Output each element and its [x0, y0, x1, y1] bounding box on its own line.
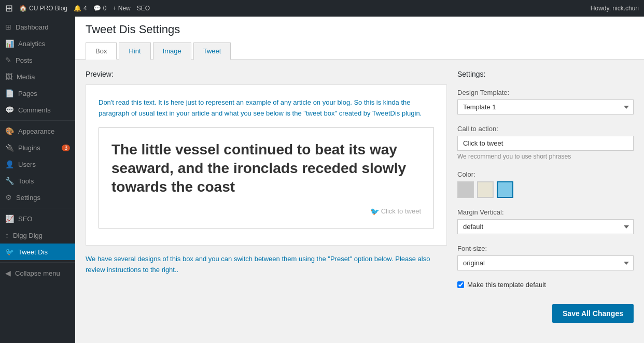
preview-section: Preview: Don't read this text. It is her…	[86, 70, 447, 323]
twitter-bird-icon: 🐦	[370, 207, 379, 216]
sidebar: ⊞ Dashboard 📊 Analytics ✎ Posts 🖼 Media …	[0, 17, 75, 343]
sidebar-item-media[interactable]: 🖼 Media	[0, 68, 75, 85]
margin-vertical-row: Margin Vertical: default small large non…	[457, 208, 634, 234]
call-to-action-hint: We recommend you to use short phrases	[457, 153, 634, 160]
admin-bar: ⊞ 🏠 CU PRO Blog 🔔 4 💬 0 + New SEO Howdy,…	[0, 0, 644, 17]
make-default-row: Make this template default	[457, 281, 634, 289]
tab-tweet[interactable]: Tweet	[193, 42, 231, 60]
sidebar-item-posts[interactable]: ✎ Posts	[0, 52, 75, 68]
new-content-bar[interactable]: + New	[113, 5, 130, 12]
tab-box[interactable]: Box	[86, 42, 117, 60]
comments-bar[interactable]: 💬 0	[93, 5, 107, 12]
make-default-checkbox[interactable]	[457, 281, 464, 288]
font-size-row: Font-size: original small large	[457, 245, 634, 270]
sidebar-item-analytics[interactable]: 📊 Analytics	[0, 35, 75, 52]
updates-icon: 🔔	[74, 5, 81, 12]
sidebar-item-label: Media	[17, 73, 35, 81]
call-to-action-row: Call to action: We recommend you to use …	[457, 125, 634, 160]
sidebar-item-dashboard[interactable]: ⊞ Dashboard	[0, 19, 75, 35]
updates-bar[interactable]: 🔔 4	[74, 5, 87, 12]
sidebar-item-plugins[interactable]: 🔌 Plugins 3	[0, 139, 75, 156]
save-button-row: Save All Changes	[457, 304, 634, 323]
comments-icon: 💬	[93, 5, 101, 12]
settings-icon: ⚙	[5, 193, 12, 202]
tweet-box-action[interactable]: 🐦 Click to tweet	[111, 207, 421, 216]
plugins-icon: 🔌	[5, 144, 14, 152]
preview-container: Don't read this text. It is here just to…	[86, 84, 447, 246]
sidebar-item-tweet-dis[interactable]: 🐦 Tweet Dis	[0, 244, 75, 260]
wp-logo-icon[interactable]: ⊞	[5, 3, 13, 14]
color-swatch-blue[interactable]	[497, 181, 513, 198]
preview-label: Preview:	[86, 70, 447, 78]
tab-image[interactable]: Image	[153, 42, 191, 60]
sidebar-item-label: Plugins	[18, 144, 40, 152]
settings-section: Settings: Design Template: Template 1 Te…	[457, 70, 634, 323]
preview-intro-text: Don't read this text. It is here just to…	[99, 97, 434, 119]
plugins-badge: 3	[62, 145, 70, 151]
font-size-label: Font-size:	[457, 245, 634, 252]
sidebar-item-pages[interactable]: 📄 Pages	[0, 85, 75, 102]
color-swatch-beige[interactable]	[477, 181, 494, 198]
posts-icon: ✎	[5, 56, 11, 64]
design-template-select[interactable]: Template 1 Template 2 Template 3	[457, 99, 634, 115]
save-all-changes-button[interactable]: Save All Changes	[552, 304, 634, 323]
sidebar-item-label: Digg Digg	[13, 232, 43, 239]
design-template-row: Design Template: Template 1 Template 2 T…	[457, 89, 634, 115]
call-to-action-input[interactable]	[457, 136, 634, 151]
sidebar-item-label: Comments	[18, 106, 51, 114]
page-header: Tweet Dis Settings Box Hint Image Tweet	[75, 17, 644, 60]
color-row: Color:	[457, 170, 634, 198]
seo-bar[interactable]: SEO	[137, 5, 150, 12]
color-swatches	[457, 181, 634, 198]
margin-vertical-label: Margin Vertical:	[457, 208, 634, 216]
content-area: Preview: Don't read this text. It is her…	[75, 60, 644, 333]
sidebar-item-collapse[interactable]: ◀ Collapse menu	[0, 265, 75, 281]
seo-icon: 📈	[5, 215, 14, 223]
tweet-box-content: The little vessel continued to beat its …	[111, 140, 421, 197]
font-size-select[interactable]: original small large	[457, 255, 634, 270]
color-label: Color:	[457, 170, 634, 178]
pages-icon: 📄	[5, 89, 14, 97]
sidebar-item-label: Users	[18, 161, 36, 168]
sidebar-item-users[interactable]: 👤 Users	[0, 156, 75, 173]
tabs-bar: Box Hint Image Tweet	[86, 42, 634, 60]
tab-hint[interactable]: Hint	[119, 42, 150, 60]
color-swatch-gray[interactable]	[457, 181, 474, 198]
users-icon: 👤	[5, 160, 14, 168]
design-template-label: Design Template:	[457, 89, 634, 96]
site-name-bar[interactable]: 🏠 CU PRO Blog	[19, 5, 67, 12]
sidebar-item-appearance[interactable]: 🎨 Appearance	[0, 123, 75, 139]
call-to-action-label: Call to action:	[457, 125, 634, 133]
sidebar-item-label: Appearance	[18, 127, 54, 135]
tools-icon: 🔧	[5, 177, 14, 185]
sidebar-item-label: Tweet Dis	[18, 248, 48, 256]
collapse-icon: ◀	[5, 269, 11, 277]
sidebar-item-label: Tools	[18, 177, 34, 185]
comments-sidebar-icon: 💬	[5, 106, 14, 114]
margin-vertical-select[interactable]: default small large none	[457, 219, 634, 234]
appearance-icon: 🎨	[5, 127, 14, 135]
click-to-tweet-text: Click to tweet	[381, 207, 421, 215]
sidebar-item-digg-digg[interactable]: ↕ Digg Digg	[0, 227, 75, 244]
tweet-dis-icon: 🐦	[5, 248, 14, 256]
sidebar-item-settings[interactable]: ⚙ Settings	[0, 189, 75, 206]
main-content: Tweet Dis Settings Box Hint Image Tweet …	[75, 17, 644, 343]
media-icon: 🖼	[5, 73, 12, 81]
sidebar-item-label: Settings	[16, 194, 40, 202]
tweet-box: The little vessel continued to beat its …	[99, 127, 434, 228]
sidebar-item-label: Pages	[18, 90, 37, 97]
sidebar-item-tools[interactable]: 🔧 Tools	[0, 173, 75, 189]
sidebar-item-label: Dashboard	[16, 23, 49, 31]
page-title: Tweet Dis Settings	[86, 23, 634, 36]
analytics-icon: 📊	[5, 39, 14, 48]
sidebar-item-seo[interactable]: 📈 SEO	[0, 210, 75, 227]
howdy-text: Howdy, nick.churi	[591, 5, 639, 12]
preview-footer-text: We have several designs of this box and …	[86, 254, 447, 276]
sidebar-item-label: Analytics	[18, 40, 45, 48]
sidebar-item-label: Collapse menu	[15, 269, 60, 277]
settings-label: Settings:	[457, 70, 634, 78]
sidebar-item-label: SEO	[18, 215, 32, 223]
sidebar-item-label: Posts	[16, 56, 33, 64]
make-default-label[interactable]: Make this template default	[467, 281, 546, 289]
sidebar-item-comments[interactable]: 💬 Comments	[0, 102, 75, 118]
